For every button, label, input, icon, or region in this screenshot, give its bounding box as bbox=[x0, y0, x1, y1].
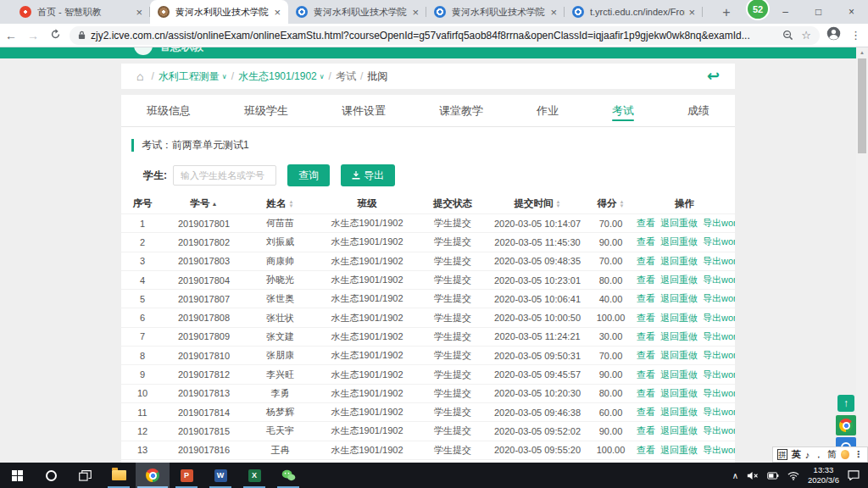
action-link[interactable]: 导出word bbox=[703, 350, 735, 360]
tab-close-icon[interactable]: × bbox=[274, 6, 281, 19]
action-link[interactable]: 查看 bbox=[637, 388, 655, 398]
action-link[interactable]: 导出word bbox=[703, 236, 735, 247]
action-link[interactable]: 查看 bbox=[637, 218, 655, 228]
action-link[interactable]: 导出word bbox=[703, 256, 735, 266]
ime-english-toggle[interactable]: 英 bbox=[792, 448, 801, 461]
back-to-top-button[interactable]: ↑ bbox=[837, 395, 854, 412]
col-name[interactable]: 姓名▲▼ bbox=[244, 197, 316, 210]
action-link[interactable]: 退回重做 bbox=[660, 331, 698, 341]
action-link[interactable]: 退回重做 bbox=[660, 369, 698, 380]
action-link[interactable]: 退回重做 bbox=[660, 274, 698, 285]
tab-close-icon[interactable]: × bbox=[550, 6, 557, 19]
breadcrumb-class[interactable]: 水生态1901/1902 bbox=[238, 69, 317, 84]
start-button[interactable] bbox=[0, 463, 34, 488]
action-link[interactable]: 导出word bbox=[703, 313, 735, 323]
file-explorer-button[interactable] bbox=[102, 463, 136, 488]
action-link[interactable]: 查看 bbox=[637, 236, 655, 247]
action-link[interactable]: 导出word bbox=[703, 369, 735, 380]
action-link[interactable]: 导出word bbox=[703, 407, 735, 417]
col-score[interactable]: 得分▲▼ bbox=[587, 197, 634, 210]
browser-menu-icon[interactable]: ⋮ bbox=[850, 29, 861, 42]
query-button[interactable]: 查询 bbox=[287, 164, 330, 186]
action-link[interactable]: 查看 bbox=[637, 293, 655, 303]
action-link[interactable]: 导出word bbox=[703, 425, 735, 435]
course-tab-3[interactable]: 课堂教学 bbox=[439, 95, 483, 127]
chrome-widget-icon[interactable] bbox=[836, 415, 856, 435]
cortana-button[interactable] bbox=[34, 463, 68, 488]
col-student-id[interactable]: 学号▲ bbox=[164, 197, 244, 210]
course-tab-5[interactable]: 考试 bbox=[612, 95, 634, 127]
browser-tab[interactable]: t.yrcti.edu.cn/index/Front× bbox=[565, 0, 703, 24]
back-icon[interactable]: ← bbox=[0, 29, 22, 42]
new-tab-button[interactable]: + bbox=[716, 3, 737, 23]
action-link[interactable]: 查看 bbox=[637, 331, 655, 341]
action-link[interactable]: 导出word bbox=[703, 218, 735, 228]
forward-icon[interactable]: → bbox=[22, 29, 44, 42]
chevron-down-icon[interactable]: ∨ bbox=[222, 73, 227, 80]
return-arrow-icon[interactable]: ↩ bbox=[707, 69, 720, 84]
scrollbar-thumb[interactable] bbox=[858, 58, 866, 153]
battery-icon[interactable] bbox=[767, 472, 779, 480]
minimize-button[interactable]: – bbox=[769, 0, 802, 24]
action-link[interactable]: 查看 bbox=[637, 407, 655, 417]
browser-tab[interactable]: 黄河水利职业技术学院× bbox=[288, 0, 426, 24]
course-tab-0[interactable]: 班级信息 bbox=[147, 95, 191, 127]
student-search-input[interactable] bbox=[173, 165, 276, 186]
taskbar-clock[interactable]: 13:33 2020/3/6 bbox=[808, 465, 839, 485]
tab-close-icon[interactable]: × bbox=[136, 6, 142, 19]
action-link[interactable]: 查看 bbox=[637, 256, 655, 266]
scroll-up-icon[interactable]: ▲ bbox=[856, 47, 868, 58]
course-tab-6[interactable]: 成绩 bbox=[687, 95, 709, 127]
tab-close-icon[interactable]: × bbox=[688, 6, 695, 19]
action-center-icon[interactable] bbox=[848, 470, 860, 480]
action-link[interactable]: 退回重做 bbox=[660, 350, 698, 360]
excel-button[interactable]: X bbox=[237, 463, 271, 488]
word-button[interactable]: W bbox=[203, 463, 237, 488]
wifi-icon[interactable] bbox=[787, 471, 799, 480]
home-icon[interactable]: ⌂ bbox=[136, 69, 143, 83]
tray-chevron-icon[interactable]: ∧ bbox=[732, 471, 738, 480]
task-view-button[interactable] bbox=[68, 463, 102, 488]
ime-emoji-icon[interactable] bbox=[841, 450, 849, 459]
reload-icon[interactable] bbox=[44, 29, 66, 42]
ime-more-icon[interactable]: ⋮ bbox=[854, 449, 863, 460]
action-link[interactable]: 退回重做 bbox=[660, 218, 698, 228]
action-link[interactable]: 查看 bbox=[637, 369, 655, 380]
ime-simplified-toggle[interactable]: 简 bbox=[827, 448, 837, 461]
course-tab-1[interactable]: 班级学生 bbox=[244, 95, 288, 127]
action-link[interactable]: 导出word bbox=[703, 445, 735, 455]
tab-close-icon[interactable]: × bbox=[412, 6, 419, 19]
action-link[interactable]: 查看 bbox=[637, 313, 655, 323]
action-link[interactable]: 查看 bbox=[637, 445, 655, 455]
course-tab-2[interactable]: 课件设置 bbox=[342, 95, 386, 127]
ime-punct-icon[interactable]: ， bbox=[814, 448, 823, 461]
address-bar[interactable]: zjy2.icve.com.cn/assist/onlineExam/onlin… bbox=[70, 26, 820, 45]
chevron-down-icon[interactable]: ∨ bbox=[320, 73, 325, 80]
close-button[interactable]: × bbox=[835, 0, 868, 24]
browser-tab[interactable]: 首页 - 智慧职教× bbox=[12, 0, 150, 24]
chrome-taskbar-button[interactable] bbox=[136, 463, 170, 488]
action-link[interactable]: 导出word bbox=[703, 388, 735, 398]
col-submit-time[interactable]: 提交时间▲▼ bbox=[487, 197, 587, 210]
action-link[interactable]: 退回重做 bbox=[660, 256, 698, 266]
maximize-button[interactable]: □ bbox=[802, 0, 835, 24]
action-link[interactable]: 查看 bbox=[637, 350, 655, 360]
profile-avatar-icon[interactable] bbox=[826, 26, 841, 44]
page-scrollbar[interactable]: ▲ ▼ bbox=[856, 47, 868, 463]
action-link[interactable]: 导出word bbox=[703, 331, 735, 341]
action-link[interactable]: 退回重做 bbox=[660, 313, 698, 323]
export-button[interactable]: 导出 bbox=[341, 164, 395, 186]
action-link[interactable]: 退回重做 bbox=[660, 388, 698, 398]
action-link[interactable]: 退回重做 bbox=[660, 407, 698, 417]
browser-tab[interactable]: 黄河水利职业技术学院× bbox=[150, 0, 288, 24]
breadcrumb-course[interactable]: 水利工程测量 bbox=[159, 69, 220, 84]
action-link[interactable]: 退回重做 bbox=[660, 445, 698, 455]
ime-sound-icon[interactable]: ♪ bbox=[805, 450, 810, 460]
action-link[interactable]: 退回重做 bbox=[660, 425, 698, 435]
action-link[interactable]: 查看 bbox=[637, 425, 655, 435]
course-tab-4[interactable]: 作业 bbox=[537, 95, 559, 127]
action-link[interactable]: 退回重做 bbox=[660, 236, 698, 247]
volume-muted-icon[interactable] bbox=[747, 471, 759, 480]
action-link[interactable]: 退回重做 bbox=[660, 293, 698, 303]
wechat-button[interactable] bbox=[271, 463, 305, 488]
